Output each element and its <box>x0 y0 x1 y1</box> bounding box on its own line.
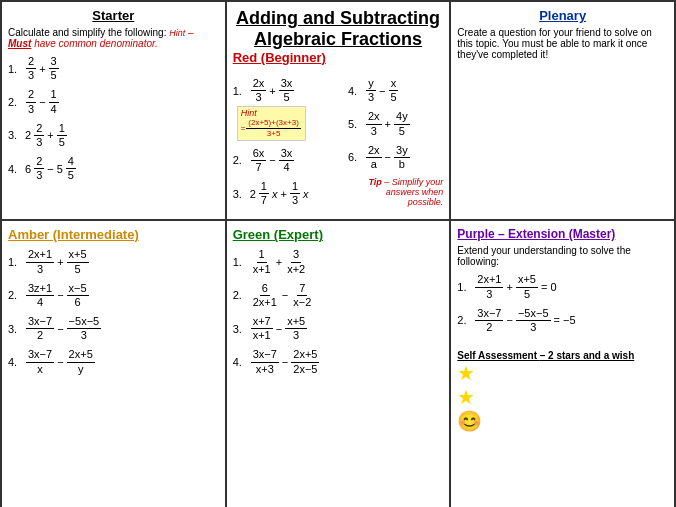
starter-problem-4: 4. 6 23 − 5 45 <box>8 155 219 182</box>
purple-problem-1: 1. 2x+13 + x+55 = 0 <box>457 273 668 300</box>
red-problem-5: 5. 2x3 + 4y5 <box>348 110 443 137</box>
red-tip: Tip – Simplify your answers when possibl… <box>348 177 443 207</box>
amber-heading: Amber (Intermediate) <box>8 227 219 242</box>
self-assessment-area: Self Assessment – 2 stars and a wish ★ ★… <box>457 350 668 433</box>
purple-problem-2: 2. 3x−72 − −5x−53 = −5 <box>457 307 668 334</box>
plenary-text: Create a question for your friend to sol… <box>457 27 668 60</box>
starter-heading: Starter <box>8 8 219 23</box>
gold-star-1: ★ <box>457 361 668 385</box>
starter-instruction: Calculate and simplify the following: Hi… <box>8 27 219 49</box>
green-problem-1: 1. 1x+1 + 3x+2 <box>233 248 444 275</box>
amber-problem-3: 3. 3x−72 − −5x−53 <box>8 315 219 342</box>
page-title: Adding and Subtracting Algebraic Fractio… <box>233 8 444 50</box>
amber-section: Amber (Intermediate) 1. 2x+13 + x+55 2. … <box>1 220 226 507</box>
red-heading: Red (Beginner) <box>233 50 444 65</box>
red-problem-4: 4. y3 − x5 <box>348 77 443 104</box>
main-title-cell: Adding and Subtracting Algebraic Fractio… <box>226 1 451 220</box>
purple-heading: Purple – Extension (Master) <box>457 227 668 241</box>
green-heading: Green (Expert) <box>233 227 444 242</box>
starter-section: Starter Calculate and simplify the follo… <box>1 1 226 220</box>
amber-problem-2: 2. 3z+14 − x−56 <box>8 282 219 309</box>
green-problem-3: 3. x+7x+1 − x+53 <box>233 315 444 342</box>
starter-problem-2: 2. 23 − 14 <box>8 88 219 115</box>
plenary-heading: Plenary <box>457 8 668 23</box>
starter-problem-1: 1. 23 + 35 <box>8 55 219 82</box>
green-section: Green (Expert) 1. 1x+1 + 3x+2 2. 62x+1 −… <box>226 220 451 507</box>
red-problem-1: 1. 2x3 + 3x5 Hint =(2x+5)+(3x+3)3+5 <box>233 77 328 141</box>
red-problem-3: 3. 2 17 x + 13 x <box>233 180 328 207</box>
red-hint-box: Hint =(2x+5)+(3x+3)3+5 <box>237 106 306 140</box>
smiley-emoji: 😊 <box>457 409 668 433</box>
purple-extend-text: Extend your understanding to solve the f… <box>457 245 668 267</box>
red-problem-2: 2. 6x7 − 3x4 <box>233 147 328 174</box>
gold-star-2: ★ <box>457 385 668 409</box>
purple-section: Purple – Extension (Master) Extend your … <box>450 220 675 507</box>
green-problem-2: 2. 62x+1 − 7x−2 <box>233 282 444 309</box>
amber-problem-4: 4. 3x−7x − 2x+5y <box>8 348 219 375</box>
starter-problem-3: 3. 2 23 + 15 <box>8 122 219 149</box>
plenary-section: Plenary Create a question for your frien… <box>450 1 675 220</box>
red-problem-6: 6. 2xa − 3yb <box>348 144 443 171</box>
amber-problem-1: 1. 2x+13 + x+55 <box>8 248 219 275</box>
green-problem-4: 4. 3x−7x+3 − 2x+52x−5 <box>233 348 444 375</box>
